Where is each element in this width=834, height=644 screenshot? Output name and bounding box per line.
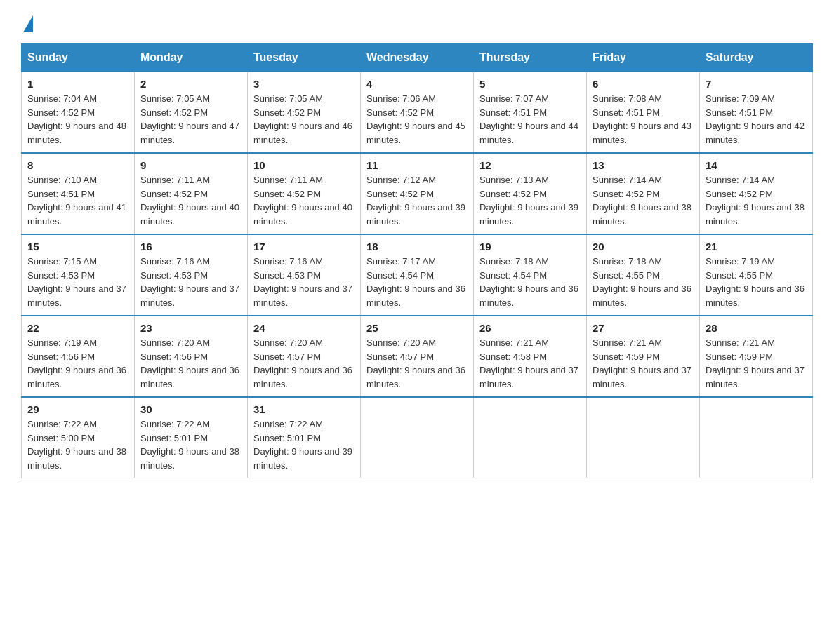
header-cell-saturday: Saturday bbox=[700, 44, 813, 72]
calendar-header: SundayMondayTuesdayWednesdayThursdayFrid… bbox=[22, 44, 813, 72]
day-cell: 24 Sunrise: 7:20 AMSunset: 4:57 PMDaylig… bbox=[248, 316, 361, 397]
day-info: Sunrise: 7:09 AMSunset: 4:51 PMDaylight:… bbox=[706, 93, 805, 145]
day-cell: 5 Sunrise: 7:07 AMSunset: 4:51 PMDayligh… bbox=[474, 72, 587, 153]
day-info: Sunrise: 7:04 AMSunset: 4:52 PMDaylight:… bbox=[27, 93, 126, 145]
day-info: Sunrise: 7:06 AMSunset: 4:52 PMDaylight:… bbox=[366, 93, 465, 145]
day-info: Sunrise: 7:11 AMSunset: 4:52 PMDaylight:… bbox=[140, 175, 239, 227]
day-number: 31 bbox=[253, 403, 355, 415]
day-cell: 14 Sunrise: 7:14 AMSunset: 4:52 PMDaylig… bbox=[700, 153, 813, 234]
day-info: Sunrise: 7:21 AMSunset: 4:59 PMDaylight:… bbox=[706, 337, 805, 389]
day-info: Sunrise: 7:17 AMSunset: 4:54 PMDaylight:… bbox=[366, 256, 465, 308]
day-cell bbox=[474, 397, 587, 478]
day-number: 13 bbox=[593, 159, 694, 171]
day-cell: 3 Sunrise: 7:05 AMSunset: 4:52 PMDayligh… bbox=[248, 72, 361, 153]
day-number: 25 bbox=[366, 322, 468, 334]
day-cell: 12 Sunrise: 7:13 AMSunset: 4:52 PMDaylig… bbox=[474, 153, 587, 234]
day-cell: 1 Sunrise: 7:04 AMSunset: 4:52 PMDayligh… bbox=[22, 72, 135, 153]
day-cell bbox=[700, 397, 813, 478]
day-cell: 15 Sunrise: 7:15 AMSunset: 4:53 PMDaylig… bbox=[22, 234, 135, 316]
day-number: 23 bbox=[140, 322, 241, 334]
day-number: 11 bbox=[366, 159, 468, 171]
day-info: Sunrise: 7:21 AMSunset: 4:59 PMDaylight:… bbox=[593, 337, 691, 389]
day-number: 21 bbox=[706, 241, 807, 253]
day-number: 4 bbox=[366, 78, 468, 90]
day-info: Sunrise: 7:21 AMSunset: 4:58 PMDaylight:… bbox=[479, 337, 578, 389]
day-number: 18 bbox=[366, 241, 468, 253]
day-number: 27 bbox=[593, 322, 694, 334]
day-cell: 17 Sunrise: 7:16 AMSunset: 4:53 PMDaylig… bbox=[248, 234, 361, 316]
day-cell: 21 Sunrise: 7:19 AMSunset: 4:55 PMDaylig… bbox=[700, 234, 813, 316]
day-number: 20 bbox=[593, 241, 694, 253]
day-info: Sunrise: 7:14 AMSunset: 4:52 PMDaylight:… bbox=[593, 175, 691, 227]
day-cell: 25 Sunrise: 7:20 AMSunset: 4:57 PMDaylig… bbox=[361, 316, 474, 397]
day-info: Sunrise: 7:16 AMSunset: 4:53 PMDaylight:… bbox=[253, 256, 352, 308]
day-cell: 16 Sunrise: 7:16 AMSunset: 4:53 PMDaylig… bbox=[135, 234, 248, 316]
day-cell: 13 Sunrise: 7:14 AMSunset: 4:52 PMDaylig… bbox=[587, 153, 700, 234]
day-info: Sunrise: 7:08 AMSunset: 4:51 PMDaylight:… bbox=[593, 93, 691, 145]
header-row: SundayMondayTuesdayWednesdayThursdayFrid… bbox=[22, 44, 813, 72]
week-row-3: 15 Sunrise: 7:15 AMSunset: 4:53 PMDaylig… bbox=[22, 234, 813, 316]
day-info: Sunrise: 7:20 AMSunset: 4:57 PMDaylight:… bbox=[366, 337, 465, 389]
day-cell: 29 Sunrise: 7:22 AMSunset: 5:00 PMDaylig… bbox=[22, 397, 135, 478]
logo-triangle-icon bbox=[23, 15, 33, 32]
day-info: Sunrise: 7:10 AMSunset: 4:51 PMDaylight:… bbox=[27, 175, 126, 227]
day-cell: 6 Sunrise: 7:08 AMSunset: 4:51 PMDayligh… bbox=[587, 72, 700, 153]
day-info: Sunrise: 7:15 AMSunset: 4:53 PMDaylight:… bbox=[27, 256, 126, 308]
day-info: Sunrise: 7:19 AMSunset: 4:56 PMDaylight:… bbox=[27, 337, 126, 389]
day-number: 16 bbox=[140, 241, 241, 253]
day-cell: 26 Sunrise: 7:21 AMSunset: 4:58 PMDaylig… bbox=[474, 316, 587, 397]
day-cell: 31 Sunrise: 7:22 AMSunset: 5:01 PMDaylig… bbox=[248, 397, 361, 478]
day-info: Sunrise: 7:16 AMSunset: 4:53 PMDaylight:… bbox=[140, 256, 239, 308]
day-number: 2 bbox=[140, 78, 241, 90]
day-number: 28 bbox=[706, 322, 807, 334]
day-info: Sunrise: 7:05 AMSunset: 4:52 PMDaylight:… bbox=[140, 93, 239, 145]
day-cell: 19 Sunrise: 7:18 AMSunset: 4:54 PMDaylig… bbox=[474, 234, 587, 316]
day-info: Sunrise: 7:18 AMSunset: 4:54 PMDaylight:… bbox=[479, 256, 578, 308]
week-row-5: 29 Sunrise: 7:22 AMSunset: 5:00 PMDaylig… bbox=[22, 397, 813, 478]
calendar-body: 1 Sunrise: 7:04 AMSunset: 4:52 PMDayligh… bbox=[22, 72, 813, 478]
day-number: 19 bbox=[479, 241, 581, 253]
day-number: 29 bbox=[27, 403, 128, 415]
day-cell: 11 Sunrise: 7:12 AMSunset: 4:52 PMDaylig… bbox=[361, 153, 474, 234]
day-number: 15 bbox=[27, 241, 128, 253]
day-cell: 10 Sunrise: 7:11 AMSunset: 4:52 PMDaylig… bbox=[248, 153, 361, 234]
day-cell: 18 Sunrise: 7:17 AMSunset: 4:54 PMDaylig… bbox=[361, 234, 474, 316]
day-info: Sunrise: 7:22 AMSunset: 5:01 PMDaylight:… bbox=[253, 419, 352, 471]
header-cell-wednesday: Wednesday bbox=[361, 44, 474, 72]
day-number: 3 bbox=[253, 78, 355, 90]
day-cell bbox=[587, 397, 700, 478]
day-number: 14 bbox=[706, 159, 807, 171]
day-info: Sunrise: 7:22 AMSunset: 5:00 PMDaylight:… bbox=[27, 419, 126, 471]
day-number: 6 bbox=[593, 78, 694, 90]
week-row-1: 1 Sunrise: 7:04 AMSunset: 4:52 PMDayligh… bbox=[22, 72, 813, 153]
day-cell: 27 Sunrise: 7:21 AMSunset: 4:59 PMDaylig… bbox=[587, 316, 700, 397]
header-cell-monday: Monday bbox=[135, 44, 248, 72]
week-row-2: 8 Sunrise: 7:10 AMSunset: 4:51 PMDayligh… bbox=[22, 153, 813, 234]
page-header bbox=[21, 14, 813, 29]
day-info: Sunrise: 7:05 AMSunset: 4:52 PMDaylight:… bbox=[253, 93, 352, 145]
calendar-table: SundayMondayTuesdayWednesdayThursdayFrid… bbox=[21, 43, 813, 478]
day-number: 10 bbox=[253, 159, 355, 171]
header-cell-tuesday: Tuesday bbox=[248, 44, 361, 72]
day-info: Sunrise: 7:22 AMSunset: 5:01 PMDaylight:… bbox=[140, 419, 239, 471]
day-number: 26 bbox=[479, 322, 581, 334]
day-number: 9 bbox=[140, 159, 241, 171]
day-number: 7 bbox=[706, 78, 807, 90]
day-number: 17 bbox=[253, 241, 355, 253]
week-row-4: 22 Sunrise: 7:19 AMSunset: 4:56 PMDaylig… bbox=[22, 316, 813, 397]
day-cell: 9 Sunrise: 7:11 AMSunset: 4:52 PMDayligh… bbox=[135, 153, 248, 234]
day-number: 8 bbox=[27, 159, 128, 171]
day-info: Sunrise: 7:12 AMSunset: 4:52 PMDaylight:… bbox=[366, 175, 465, 227]
day-number: 22 bbox=[27, 322, 128, 334]
day-info: Sunrise: 7:07 AMSunset: 4:51 PMDaylight:… bbox=[479, 93, 578, 145]
day-info: Sunrise: 7:13 AMSunset: 4:52 PMDaylight:… bbox=[479, 175, 578, 227]
day-cell: 8 Sunrise: 7:10 AMSunset: 4:51 PMDayligh… bbox=[22, 153, 135, 234]
day-info: Sunrise: 7:14 AMSunset: 4:52 PMDaylight:… bbox=[706, 175, 805, 227]
day-cell: 28 Sunrise: 7:21 AMSunset: 4:59 PMDaylig… bbox=[700, 316, 813, 397]
day-number: 24 bbox=[253, 322, 355, 334]
day-cell: 30 Sunrise: 7:22 AMSunset: 5:01 PMDaylig… bbox=[135, 397, 248, 478]
logo bbox=[21, 14, 34, 29]
day-info: Sunrise: 7:18 AMSunset: 4:55 PMDaylight:… bbox=[593, 256, 691, 308]
day-number: 12 bbox=[479, 159, 581, 171]
header-cell-thursday: Thursday bbox=[474, 44, 587, 72]
